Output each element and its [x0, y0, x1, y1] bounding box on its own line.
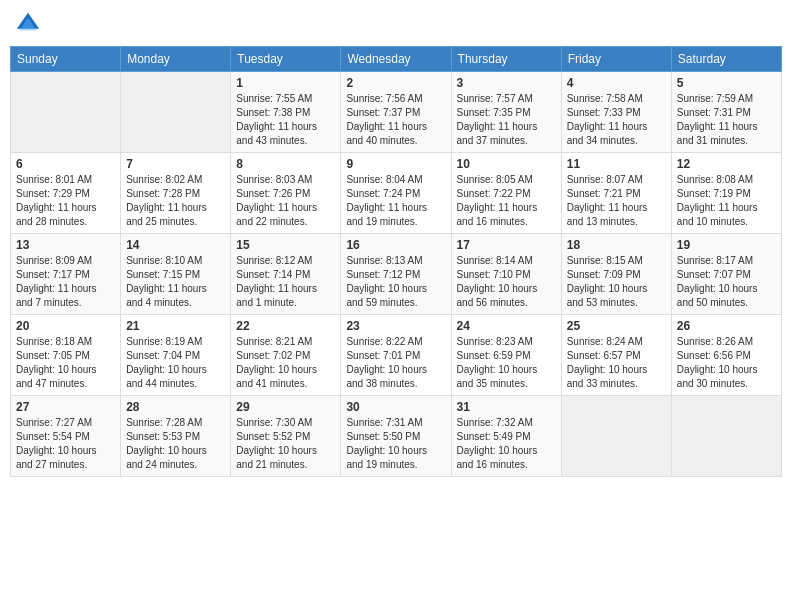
day-number: 3: [457, 76, 556, 90]
table-cell: [561, 396, 671, 477]
day-number: 18: [567, 238, 666, 252]
page-header: [10, 10, 782, 38]
table-cell: 30Sunrise: 7:31 AM Sunset: 5:50 PM Dayli…: [341, 396, 451, 477]
table-cell: 6Sunrise: 8:01 AM Sunset: 7:29 PM Daylig…: [11, 153, 121, 234]
table-cell: 18Sunrise: 8:15 AM Sunset: 7:09 PM Dayli…: [561, 234, 671, 315]
day-info: Sunrise: 8:07 AM Sunset: 7:21 PM Dayligh…: [567, 173, 666, 229]
day-number: 19: [677, 238, 776, 252]
table-cell: 7Sunrise: 8:02 AM Sunset: 7:28 PM Daylig…: [121, 153, 231, 234]
col-tuesday: Tuesday: [231, 47, 341, 72]
table-cell: 3Sunrise: 7:57 AM Sunset: 7:35 PM Daylig…: [451, 72, 561, 153]
col-thursday: Thursday: [451, 47, 561, 72]
day-info: Sunrise: 7:56 AM Sunset: 7:37 PM Dayligh…: [346, 92, 445, 148]
day-info: Sunrise: 7:32 AM Sunset: 5:49 PM Dayligh…: [457, 416, 556, 472]
day-info: Sunrise: 7:59 AM Sunset: 7:31 PM Dayligh…: [677, 92, 776, 148]
day-number: 27: [16, 400, 115, 414]
table-cell: 11Sunrise: 8:07 AM Sunset: 7:21 PM Dayli…: [561, 153, 671, 234]
calendar-row-5: 27Sunrise: 7:27 AM Sunset: 5:54 PM Dayli…: [11, 396, 782, 477]
table-cell: 28Sunrise: 7:28 AM Sunset: 5:53 PM Dayli…: [121, 396, 231, 477]
day-info: Sunrise: 8:08 AM Sunset: 7:19 PM Dayligh…: [677, 173, 776, 229]
day-number: 23: [346, 319, 445, 333]
day-info: Sunrise: 8:24 AM Sunset: 6:57 PM Dayligh…: [567, 335, 666, 391]
col-saturday: Saturday: [671, 47, 781, 72]
table-cell: 19Sunrise: 8:17 AM Sunset: 7:07 PM Dayli…: [671, 234, 781, 315]
day-info: Sunrise: 8:04 AM Sunset: 7:24 PM Dayligh…: [346, 173, 445, 229]
col-wednesday: Wednesday: [341, 47, 451, 72]
day-number: 22: [236, 319, 335, 333]
day-number: 2: [346, 76, 445, 90]
day-number: 15: [236, 238, 335, 252]
day-info: Sunrise: 7:31 AM Sunset: 5:50 PM Dayligh…: [346, 416, 445, 472]
table-cell: 13Sunrise: 8:09 AM Sunset: 7:17 PM Dayli…: [11, 234, 121, 315]
col-sunday: Sunday: [11, 47, 121, 72]
day-info: Sunrise: 7:28 AM Sunset: 5:53 PM Dayligh…: [126, 416, 225, 472]
day-info: Sunrise: 8:01 AM Sunset: 7:29 PM Dayligh…: [16, 173, 115, 229]
table-cell: 8Sunrise: 8:03 AM Sunset: 7:26 PM Daylig…: [231, 153, 341, 234]
day-number: 31: [457, 400, 556, 414]
day-info: Sunrise: 7:55 AM Sunset: 7:38 PM Dayligh…: [236, 92, 335, 148]
day-number: 1: [236, 76, 335, 90]
table-cell: 26Sunrise: 8:26 AM Sunset: 6:56 PM Dayli…: [671, 315, 781, 396]
logo: [14, 10, 46, 38]
day-info: Sunrise: 8:13 AM Sunset: 7:12 PM Dayligh…: [346, 254, 445, 310]
day-number: 5: [677, 76, 776, 90]
col-friday: Friday: [561, 47, 671, 72]
day-info: Sunrise: 8:21 AM Sunset: 7:02 PM Dayligh…: [236, 335, 335, 391]
day-info: Sunrise: 8:23 AM Sunset: 6:59 PM Dayligh…: [457, 335, 556, 391]
table-cell: 20Sunrise: 8:18 AM Sunset: 7:05 PM Dayli…: [11, 315, 121, 396]
table-cell: 24Sunrise: 8:23 AM Sunset: 6:59 PM Dayli…: [451, 315, 561, 396]
calendar-row-4: 20Sunrise: 8:18 AM Sunset: 7:05 PM Dayli…: [11, 315, 782, 396]
table-cell: 21Sunrise: 8:19 AM Sunset: 7:04 PM Dayli…: [121, 315, 231, 396]
day-info: Sunrise: 8:10 AM Sunset: 7:15 PM Dayligh…: [126, 254, 225, 310]
table-cell: 12Sunrise: 8:08 AM Sunset: 7:19 PM Dayli…: [671, 153, 781, 234]
day-number: 24: [457, 319, 556, 333]
day-info: Sunrise: 7:58 AM Sunset: 7:33 PM Dayligh…: [567, 92, 666, 148]
day-number: 14: [126, 238, 225, 252]
table-cell: 16Sunrise: 8:13 AM Sunset: 7:12 PM Dayli…: [341, 234, 451, 315]
table-cell: 17Sunrise: 8:14 AM Sunset: 7:10 PM Dayli…: [451, 234, 561, 315]
day-info: Sunrise: 8:14 AM Sunset: 7:10 PM Dayligh…: [457, 254, 556, 310]
day-number: 26: [677, 319, 776, 333]
day-info: Sunrise: 8:18 AM Sunset: 7:05 PM Dayligh…: [16, 335, 115, 391]
table-cell: 1Sunrise: 7:55 AM Sunset: 7:38 PM Daylig…: [231, 72, 341, 153]
day-info: Sunrise: 7:57 AM Sunset: 7:35 PM Dayligh…: [457, 92, 556, 148]
day-info: Sunrise: 8:26 AM Sunset: 6:56 PM Dayligh…: [677, 335, 776, 391]
day-number: 21: [126, 319, 225, 333]
day-number: 16: [346, 238, 445, 252]
table-cell: 22Sunrise: 8:21 AM Sunset: 7:02 PM Dayli…: [231, 315, 341, 396]
calendar-table: Sunday Monday Tuesday Wednesday Thursday…: [10, 46, 782, 477]
day-number: 9: [346, 157, 445, 171]
table-cell: 25Sunrise: 8:24 AM Sunset: 6:57 PM Dayli…: [561, 315, 671, 396]
day-info: Sunrise: 8:15 AM Sunset: 7:09 PM Dayligh…: [567, 254, 666, 310]
day-number: 17: [457, 238, 556, 252]
day-number: 20: [16, 319, 115, 333]
table-cell: 15Sunrise: 8:12 AM Sunset: 7:14 PM Dayli…: [231, 234, 341, 315]
day-info: Sunrise: 8:03 AM Sunset: 7:26 PM Dayligh…: [236, 173, 335, 229]
day-number: 4: [567, 76, 666, 90]
day-number: 28: [126, 400, 225, 414]
day-number: 10: [457, 157, 556, 171]
table-cell: [671, 396, 781, 477]
table-cell: 9Sunrise: 8:04 AM Sunset: 7:24 PM Daylig…: [341, 153, 451, 234]
day-info: Sunrise: 7:27 AM Sunset: 5:54 PM Dayligh…: [16, 416, 115, 472]
day-number: 12: [677, 157, 776, 171]
day-number: 11: [567, 157, 666, 171]
logo-icon: [14, 10, 42, 38]
day-number: 30: [346, 400, 445, 414]
table-cell: 14Sunrise: 8:10 AM Sunset: 7:15 PM Dayli…: [121, 234, 231, 315]
day-info: Sunrise: 8:17 AM Sunset: 7:07 PM Dayligh…: [677, 254, 776, 310]
calendar-row-2: 6Sunrise: 8:01 AM Sunset: 7:29 PM Daylig…: [11, 153, 782, 234]
calendar-header-row: Sunday Monday Tuesday Wednesday Thursday…: [11, 47, 782, 72]
day-info: Sunrise: 8:09 AM Sunset: 7:17 PM Dayligh…: [16, 254, 115, 310]
day-number: 29: [236, 400, 335, 414]
day-info: Sunrise: 7:30 AM Sunset: 5:52 PM Dayligh…: [236, 416, 335, 472]
table-cell: 27Sunrise: 7:27 AM Sunset: 5:54 PM Dayli…: [11, 396, 121, 477]
table-cell: [11, 72, 121, 153]
col-monday: Monday: [121, 47, 231, 72]
day-info: Sunrise: 8:02 AM Sunset: 7:28 PM Dayligh…: [126, 173, 225, 229]
day-number: 13: [16, 238, 115, 252]
day-info: Sunrise: 8:05 AM Sunset: 7:22 PM Dayligh…: [457, 173, 556, 229]
calendar-row-1: 1Sunrise: 7:55 AM Sunset: 7:38 PM Daylig…: [11, 72, 782, 153]
calendar-row-3: 13Sunrise: 8:09 AM Sunset: 7:17 PM Dayli…: [11, 234, 782, 315]
day-number: 6: [16, 157, 115, 171]
